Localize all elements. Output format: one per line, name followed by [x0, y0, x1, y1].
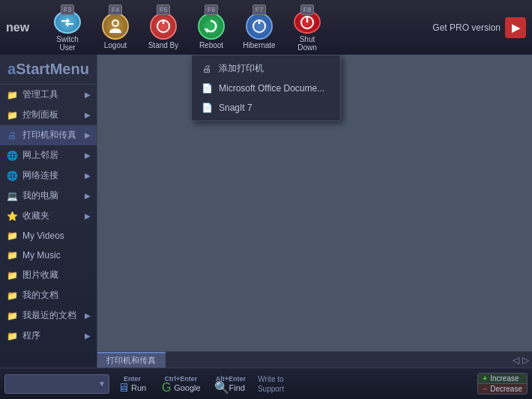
search-dropdown-icon[interactable]: ▼ [98, 380, 106, 388]
search-input[interactable] [8, 380, 98, 389]
search-input-wrap[interactable]: ▼ [4, 374, 109, 394]
folder-icon: 📁 [6, 310, 18, 322]
hibernate-button[interactable]: F7 Hibernate [235, 3, 283, 52]
arrow-icon: ▶ [85, 332, 91, 340]
sidebar-item-label: 我的文档 [22, 289, 58, 302]
standby-svg [155, 18, 172, 34]
sidebar-item-network-connect[interactable]: 🌐 网络连接 ▶ [0, 165, 97, 186]
sidebar-item-label: 收藏夹 [22, 210, 49, 222]
switch-user-button[interactable]: F3 SwitchUser [43, 3, 91, 52]
logout-button[interactable]: F4 Logout [91, 3, 139, 52]
pro-button[interactable]: ▶ [505, 17, 526, 38]
sidebar-item-my-videos[interactable]: 📁 My Videos [0, 226, 97, 246]
sidebar-item-my-docs[interactable]: 📁 我的文档 [0, 285, 97, 305]
doc-icon: 📄 [201, 82, 213, 94]
decrease-button[interactable]: − Decrease [478, 384, 527, 394]
tab-prev-icon[interactable]: ◁ [513, 355, 519, 365]
shutdown-button[interactable]: F8 ShutDown [283, 3, 331, 52]
standby-button[interactable]: F5 Stand By [139, 3, 187, 52]
svg-marker-3 [204, 27, 209, 34]
dropdown-ms-office-label: Microsoft Office Docume... [219, 83, 324, 94]
dropdown-add-printer[interactable]: 🖨 添加打印机 [192, 58, 340, 79]
sidebar-item-label: My Videos [22, 231, 64, 241]
arrow-icon: ▶ [85, 131, 91, 139]
logout-label: Logout [104, 41, 127, 49]
dropdown-snagit-label: SnagIt 7 [219, 103, 253, 113]
sidebar-item-favorites[interactable]: ⭐ 收藏夹 ▶ [0, 206, 97, 226]
sidebar-item-label: 我最近的文档 [22, 309, 76, 322]
tab-printer-fax[interactable]: 打印机和传真 [97, 352, 166, 368]
arrow-icon: ▶ [85, 192, 91, 200]
arrow-icon: ▶ [85, 212, 91, 220]
increase-button[interactable]: + Increase [478, 374, 527, 384]
standby-icon [150, 13, 177, 40]
google-icon: G [161, 383, 172, 393]
standby-label: Stand By [148, 41, 179, 49]
sidebar-item-control-panel[interactable]: 📁 控制面板 ▶ [0, 105, 97, 125]
sidebar-item-my-music[interactable]: 📁 My Music [0, 246, 97, 265]
doc-icon: 📄 [201, 102, 213, 114]
tab-label: 打印机和传真 [106, 355, 156, 366]
main-area: aStartMenu 📁 管理工具 ▶ 📁 控制面板 ▶ 🖨 打印机和传真 ▶ … [0, 55, 532, 368]
find-button[interactable]: Alt+Enter 🔍 Find [210, 371, 252, 398]
folder-icon: 📁 [6, 109, 18, 121]
sidebar-title: aStartMenu [0, 55, 97, 85]
printer-icon: 🖨 [201, 63, 213, 75]
folder-icon: 📁 [6, 269, 18, 281]
folder-icon: 📁 [6, 330, 18, 342]
tab-next-icon[interactable]: ▷ [522, 355, 529, 365]
dropdown-ms-office[interactable]: 📄 Microsoft Office Docume... [192, 79, 340, 98]
network-icon: 🌐 [6, 150, 18, 162]
arrow-icon: ▶ [85, 311, 91, 320]
star-icon: ⭐ [6, 210, 18, 222]
pro-label: Get PRO version [432, 22, 501, 33]
sidebar-item-label: 图片收藏 [22, 269, 58, 281]
hibernate-svg [251, 18, 267, 34]
sidebar-item-printer-fax[interactable]: 🖨 打印机和传真 ▶ [0, 125, 97, 145]
f7-badge: F7 [253, 4, 267, 15]
hibernate-icon [246, 13, 273, 40]
sidebar-title-text: StartMenu [16, 61, 89, 77]
find-icon: 🔍 [217, 383, 227, 393]
sidebar-item-pictures[interactable]: 📁 图片收藏 [0, 265, 97, 285]
arrow-icon: ▶ [85, 151, 91, 159]
sidebar-item-mgmt-tools[interactable]: 📁 管理工具 ▶ [0, 85, 97, 105]
arrow-icon: ▶ [85, 171, 91, 180]
svg-point-0 [112, 20, 118, 26]
sidebar-item-programs[interactable]: 📁 程序 ▶ [0, 326, 97, 346]
run-row: 🖥 Run [118, 383, 146, 393]
reboot-button[interactable]: F6 Reboot [187, 3, 235, 52]
google-button[interactable]: Ctrl+Enter G Google [155, 371, 206, 398]
tab-nav[interactable]: ◁ ▷ [510, 355, 532, 365]
sidebar-item-network-places[interactable]: 🌐 网上邻居 ▶ [0, 145, 97, 165]
f3-badge: F3 [61, 4, 75, 15]
run-button[interactable]: Enter 🖥 Run [112, 371, 152, 398]
shutdown-label: ShutDown [297, 35, 317, 52]
shutdown-svg [299, 14, 315, 31]
sidebar-item-label: My Music [22, 250, 61, 261]
network-icon: 🌐 [6, 170, 18, 182]
dropdown-add-printer-label: 添加打印机 [219, 62, 264, 75]
switch-label: SwitchUser [56, 35, 78, 52]
run-icon: 🖥 [118, 383, 129, 393]
inc-dec-section: + Increase − Decrease [477, 373, 528, 395]
tab-strip: 打印机和传真 ◁ ▷ [97, 351, 532, 368]
folder-icon: 📁 [6, 230, 18, 242]
hibernate-label: Hibernate [243, 41, 275, 49]
google-row: G Google [161, 383, 200, 393]
sidebar-item-label: 网络连接 [22, 169, 58, 182]
f4-badge: F4 [109, 4, 123, 15]
reboot-icon [198, 13, 225, 40]
logout-svg [107, 18, 124, 34]
dropdown-snagit[interactable]: 📄 SnagIt 7 [192, 98, 340, 118]
increase-label: Increase [490, 374, 519, 383]
app-title: new [6, 21, 36, 34]
top-toolbar: new F3 SwitchUser F4 Logout F5 S [0, 0, 532, 55]
folder-icon: 📁 [6, 89, 18, 101]
sidebar-item-recent-docs[interactable]: 📁 我最近的文档 ▶ [0, 305, 97, 326]
folder-icon: 📁 [6, 249, 18, 261]
google-label: Google [174, 383, 200, 392]
find-row: 🔍 Find [217, 383, 245, 393]
sidebar-item-my-computer[interactable]: 💻 我的电脑 ▶ [0, 186, 97, 206]
sidebar: aStartMenu 📁 管理工具 ▶ 📁 控制面板 ▶ 🖨 打印机和传真 ▶ … [0, 55, 97, 368]
